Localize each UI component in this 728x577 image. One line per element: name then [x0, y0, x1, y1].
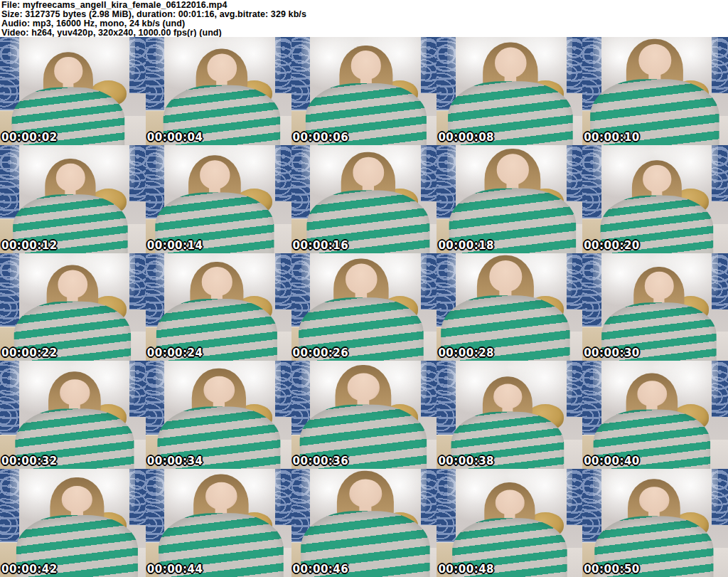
person-figure [308, 43, 424, 145]
video-frame-thumbnail: 00:00:14 [146, 145, 291, 253]
frame-timestamp: 00:00:12 [1, 239, 58, 252]
video-frame-thumbnail: 00:00:36 [291, 361, 437, 469]
frame-timestamp: 00:00:24 [147, 346, 203, 359]
frame-timestamp: 00:00:14 [147, 239, 203, 252]
frame-timestamp: 00:00:20 [584, 239, 640, 252]
person-figure [158, 153, 272, 253]
person-figure [160, 366, 279, 469]
video-frame-thumbnail: 00:00:50 [582, 469, 728, 577]
person-face [346, 263, 377, 294]
frame-timestamp: 00:00:26 [293, 346, 349, 359]
audio-info-line: Audio: mp3, 16000 Hz, mono, 24 kb/s (und… [1, 19, 728, 28]
person-face [58, 270, 87, 298]
person-face [489, 260, 521, 292]
person-face [200, 160, 230, 189]
person-face [204, 376, 235, 403]
person-figure [301, 256, 421, 361]
video-info-line: Video: h264, yuv420p, 320x240, 1000.00 f… [1, 28, 728, 38]
person-figure [596, 477, 711, 577]
person-face [353, 157, 383, 187]
frame-timestamp: 00:00:36 [293, 455, 349, 467]
video-frame-thumbnail: 00:00:10 [582, 37, 728, 145]
frame-timestamp: 00:00:08 [438, 131, 494, 144]
person-figure [18, 369, 132, 469]
frame-timestamp: 00:00:30 [584, 346, 640, 359]
video-frame-thumbnail: 00:00:22 [0, 253, 146, 361]
video-frame-thumbnail: 00:00:30 [582, 253, 728, 361]
person-face [62, 486, 92, 512]
person-figure [159, 260, 275, 361]
person-figure [161, 472, 282, 577]
frame-timestamp: 00:00:10 [584, 131, 640, 144]
person-face [208, 53, 237, 82]
video-frame-thumbnail: 00:00:24 [146, 253, 291, 361]
person-figure [451, 147, 574, 253]
person-face [351, 51, 382, 80]
frame-timestamp: 00:00:16 [293, 239, 349, 252]
video-frame-thumbnail: 00:00:08 [437, 37, 582, 145]
person-face [348, 373, 380, 401]
person-face [643, 165, 671, 193]
person-figure [18, 475, 135, 577]
person-face [495, 48, 526, 78]
person-figure [302, 362, 424, 469]
frame-timestamp: 00:00:32 [1, 455, 58, 467]
video-frame-thumbnail: 00:00:32 [0, 361, 146, 469]
video-frame-thumbnail: 00:00:28 [437, 253, 582, 361]
person-face [496, 154, 528, 184]
video-frame-thumbnail: 00:00:44 [146, 469, 291, 577]
frame-timestamp: 00:00:42 [1, 563, 58, 576]
video-frame-thumbnail: 00:00:06 [291, 37, 437, 145]
video-contact-sheet: File: myfreecams_angell_kira_female_0612… [0, 0, 728, 577]
frame-timestamp: 00:00:34 [147, 455, 203, 467]
person-face [638, 44, 670, 75]
person-face [493, 383, 522, 408]
video-frame-thumbnail: 00:00:20 [582, 145, 728, 253]
person-face [55, 57, 83, 85]
frame-timestamp: 00:00:04 [147, 131, 203, 144]
person-face [205, 482, 237, 509]
video-frame-thumbnail: 00:00:48 [437, 469, 582, 577]
frame-timestamp: 00:00:18 [438, 239, 494, 252]
person-face [644, 271, 673, 299]
video-frame-thumbnail: 00:00:34 [146, 361, 291, 469]
video-frame-thumbnail: 00:00:12 [0, 145, 146, 253]
file-info-line: File: myfreecams_angell_kira_female_0612… [1, 1, 728, 10]
frame-timestamp: 00:00:38 [438, 455, 494, 467]
video-frame-thumbnail: 00:00:38 [437, 361, 582, 469]
frame-timestamp: 00:00:44 [147, 563, 203, 576]
video-frame-thumbnail: 00:00:18 [437, 145, 582, 253]
video-frame-thumbnail: 00:00:16 [291, 145, 437, 253]
person-face [349, 480, 381, 508]
video-frame-thumbnail: 00:00:40 [582, 361, 728, 469]
frame-timestamp: 00:00:50 [584, 563, 640, 576]
person-figure [443, 253, 567, 361]
video-frame-thumbnail: 00:00:26 [291, 253, 437, 361]
person-face [637, 381, 666, 406]
frame-timestamp: 00:00:22 [1, 346, 58, 359]
person-figure [592, 37, 717, 145]
frame-timestamp: 00:00:48 [438, 563, 494, 576]
person-figure [450, 40, 570, 144]
frame-timestamp: 00:00:28 [438, 346, 494, 359]
person-face [60, 379, 90, 405]
frame-timestamp: 00:00:46 [293, 563, 349, 576]
media-info-header: File: myfreecams_angell_kira_female_0612… [0, 0, 728, 37]
video-frame-thumbnail: 00:00:46 [291, 469, 437, 577]
video-frame-thumbnail: 00:00:04 [146, 37, 291, 145]
person-face [639, 487, 669, 513]
frame-timestamp: 00:00:40 [584, 455, 640, 467]
person-figure [304, 469, 428, 577]
person-face [496, 490, 524, 515]
thumbnail-grid: 00:00:02 00:00:04 00:00:06 [0, 37, 728, 577]
frame-timestamp: 00:00:02 [1, 131, 58, 144]
video-frame-thumbnail: 00:00:42 [0, 469, 146, 577]
person-face [56, 164, 85, 191]
video-frame-thumbnail: 00:00:02 [0, 37, 146, 145]
person-face [202, 267, 232, 296]
size-duration-bitrate-line: Size: 3127375 bytes (2.98 MiB), duration… [1, 10, 728, 19]
person-figure [309, 149, 428, 253]
frame-timestamp: 00:00:06 [293, 131, 349, 144]
